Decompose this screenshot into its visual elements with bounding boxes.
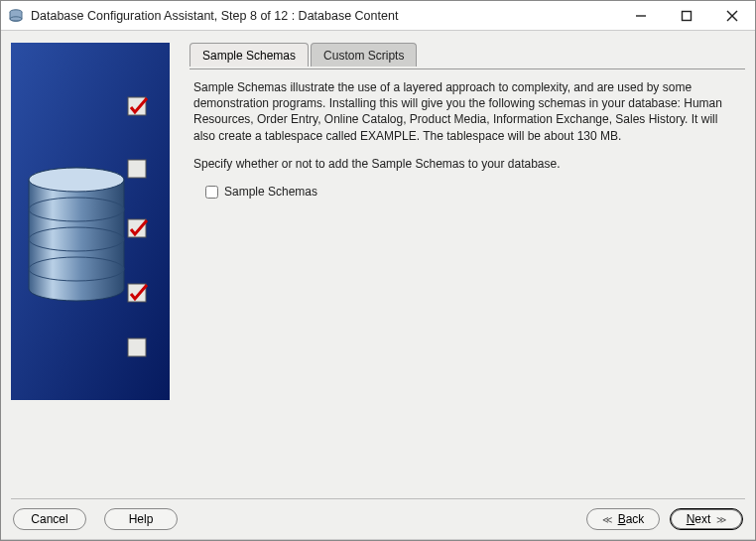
step-badge-unchecked — [128, 160, 146, 178]
tab-panel: Sample Schemas illustrate the use of a l… — [189, 68, 745, 207]
back-button[interactable]: ≪ Back — [586, 508, 660, 530]
step-badge-checked — [128, 284, 147, 302]
client-area: Sample Schemas Custom Scripts Sample Sch… — [1, 31, 755, 540]
content-area: Sample Schemas Custom Scripts Sample Sch… — [189, 43, 745, 490]
app-icon — [7, 7, 25, 25]
titlebar: Database Configuration Assistant, Step 8… — [1, 1, 755, 31]
cancel-button[interactable]: Cancel — [13, 508, 86, 530]
tab-sample-schemas[interactable]: Sample Schemas — [189, 43, 309, 67]
svg-point-7 — [29, 168, 124, 192]
tab-bar: Sample Schemas Custom Scripts — [189, 43, 745, 67]
chevron-right-icon: ≫ — [716, 514, 726, 525]
svg-rect-12 — [128, 160, 146, 178]
svg-rect-13 — [128, 219, 146, 237]
svg-rect-15 — [128, 338, 146, 356]
back-label: Back — [618, 512, 645, 526]
main-window: Database Configuration Assistant, Step 8… — [0, 0, 756, 541]
next-button[interactable]: Next ≫ — [670, 508, 743, 530]
minimize-button[interactable] — [618, 1, 664, 30]
sample-schemas-option: Sample Schemas — [193, 184, 737, 200]
step-badge-checked — [128, 219, 147, 237]
svg-rect-14 — [128, 284, 146, 302]
button-bar-right: ≪ Back Next ≫ — [586, 508, 743, 530]
button-bar: Cancel Help ≪ Back Next ≫ — [1, 499, 755, 539]
tab-custom-scripts[interactable]: Custom Scripts — [311, 43, 417, 67]
sample-schemas-label: Sample Schemas — [224, 184, 317, 200]
next-label: Next — [687, 512, 711, 526]
svg-rect-3 — [683, 11, 692, 20]
close-button[interactable] — [709, 1, 755, 30]
window-title: Database Configuration Assistant, Step 8… — [31, 9, 618, 23]
sample-schemas-checkbox[interactable] — [205, 186, 218, 199]
chevron-left-icon: ≪ — [602, 514, 612, 525]
wizard-graphic — [11, 43, 170, 403]
body-area: Sample Schemas Custom Scripts Sample Sch… — [1, 31, 755, 498]
svg-rect-11 — [128, 97, 146, 115]
help-button[interactable]: Help — [104, 508, 178, 530]
window-controls — [618, 1, 755, 30]
step-badge-unchecked — [128, 338, 146, 356]
instruction-text: Specify whether or not to add the Sample… — [193, 156, 737, 172]
maximize-button[interactable] — [664, 1, 709, 30]
button-bar-left: Cancel Help — [13, 508, 178, 530]
step-badge-checked — [128, 97, 147, 115]
description-text: Sample Schemas illustrate the use of a l… — [193, 79, 737, 144]
